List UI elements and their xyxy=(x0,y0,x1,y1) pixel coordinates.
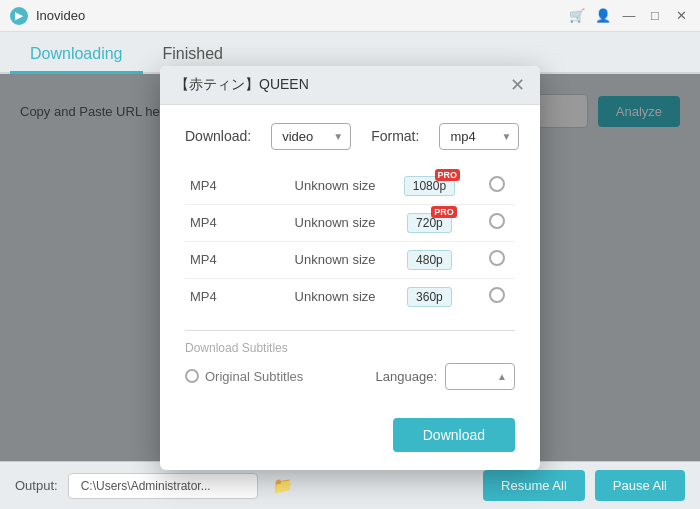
subtitles-divider xyxy=(185,330,515,331)
download-button[interactable]: Download xyxy=(393,418,515,452)
modal-dialog: 【赤ティン】QUEEN ✕ Download: video ▼ xyxy=(160,66,540,470)
modal-body: Download: video ▼ Format: mp4 xyxy=(160,105,540,408)
cart-icon[interactable]: 🛒 xyxy=(568,7,586,25)
app-title: Inovideo xyxy=(36,8,85,23)
modal-close-button[interactable]: ✕ xyxy=(510,76,525,94)
app-logo: ▶ xyxy=(10,7,28,25)
quality-radio-480[interactable] xyxy=(478,241,515,278)
quality-format-720: MP4 xyxy=(185,204,246,241)
title-bar: ▶ Inovideo 🛒 👤 — □ ✕ xyxy=(0,0,700,32)
language-row: Language: ▲ xyxy=(376,363,515,390)
language-select[interactable] xyxy=(445,363,515,390)
modal-title: 【赤ティン】QUEEN xyxy=(175,76,309,94)
quality-res-360: 360p xyxy=(381,278,479,315)
maximize-button[interactable]: □ xyxy=(646,7,664,25)
download-select-wrap: video ▼ xyxy=(271,123,351,150)
download-label: Download: xyxy=(185,128,251,144)
radio-480[interactable] xyxy=(489,250,505,266)
radio-360[interactable] xyxy=(489,287,505,303)
subtitles-left: Original Subtitles xyxy=(185,369,303,384)
quality-res-720: 720pPRO xyxy=(381,204,479,241)
quality-size-360: Unknown size xyxy=(246,278,380,315)
quality-radio-720[interactable] xyxy=(478,204,515,241)
radio-720[interactable] xyxy=(489,213,505,229)
quality-row-360: MP4 Unknown size 360p xyxy=(185,278,515,315)
subtitles-title: Download Subtitles xyxy=(185,341,515,355)
title-bar-right: 🛒 👤 — □ ✕ xyxy=(568,7,690,25)
quality-format-480: MP4 xyxy=(185,241,246,278)
radio-1080[interactable] xyxy=(489,176,505,192)
close-button[interactable]: ✕ xyxy=(672,7,690,25)
quality-table: MP4 Unknown size 1080pPRO xyxy=(185,168,515,315)
quality-radio-360[interactable] xyxy=(478,278,515,315)
modal-footer: Download xyxy=(160,408,540,470)
format-select-wrap: mp4 ▼ xyxy=(439,123,519,150)
tab-downloading[interactable]: Downloading xyxy=(10,37,143,74)
user-icon[interactable]: 👤 xyxy=(594,7,612,25)
quality-row-1080: MP4 Unknown size 1080pPRO xyxy=(185,168,515,205)
quality-size-1080: Unknown size xyxy=(246,168,380,205)
format-label: Format: xyxy=(371,128,419,144)
output-path: C:\Users\Administrator... xyxy=(68,473,259,499)
quality-res-1080: 1080pPRO xyxy=(381,168,479,205)
original-subtitles-label: Original Subtitles xyxy=(205,369,303,384)
folder-icon[interactable]: 📁 xyxy=(268,471,298,501)
minimize-button[interactable]: — xyxy=(620,7,638,25)
output-label: Output: xyxy=(15,478,58,493)
modal-overlay: 【赤ティン】QUEEN ✕ Download: video ▼ xyxy=(0,74,700,461)
title-bar-left: ▶ Inovideo xyxy=(10,7,85,25)
format-type-select[interactable]: mp4 xyxy=(439,123,519,150)
pause-all-button[interactable]: Pause All xyxy=(595,470,685,501)
format-row: Download: video ▼ Format: mp4 xyxy=(185,123,515,150)
resume-all-button[interactable]: Resume All xyxy=(483,470,585,501)
quality-radio-1080[interactable] xyxy=(478,168,515,205)
language-label: Language: xyxy=(376,369,437,384)
quality-res-480: 480p xyxy=(381,241,479,278)
quality-row-720: MP4 Unknown size 720pPRO xyxy=(185,204,515,241)
quality-size-720: Unknown size xyxy=(246,204,380,241)
language-select-wrap: ▲ xyxy=(445,363,515,390)
quality-row-480: MP4 Unknown size 480p xyxy=(185,241,515,278)
download-type-select[interactable]: video xyxy=(271,123,351,150)
subtitles-row: Original Subtitles Language: ▲ xyxy=(185,363,515,390)
quality-size-480: Unknown size xyxy=(246,241,380,278)
subtitles-radio[interactable] xyxy=(185,369,199,383)
main-content: Copy and Paste URL he Analyze 【赤ティン】QUEE… xyxy=(0,74,700,461)
modal-header: 【赤ティン】QUEEN ✕ xyxy=(160,66,540,105)
quality-format-1080: MP4 xyxy=(185,168,246,205)
quality-format-360: MP4 xyxy=(185,278,246,315)
